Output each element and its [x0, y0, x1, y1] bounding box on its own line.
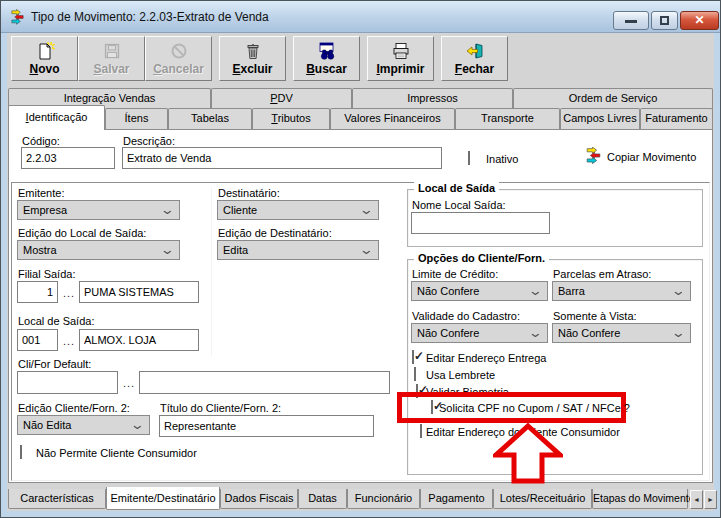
tab-scroll-left-button[interactable]: ◄ — [690, 490, 703, 509]
limite-credito-label: Limite de Crédito: — [412, 268, 498, 280]
bottom-tab-caracteristicas[interactable]: Características — [8, 489, 106, 509]
destinatario-label: Destinatário: — [218, 187, 280, 199]
local-lookup-ellipsis[interactable]: ... — [63, 335, 75, 347]
tab-valores-financeiros[interactable]: Valores Financeiros — [330, 108, 455, 129]
edicao-cliente-forn2-combo[interactable]: Não Edita⌄ — [17, 415, 150, 435]
imprimir-label: Imprimir — [376, 62, 424, 76]
fechar-label: Fechar — [455, 62, 494, 76]
descricao-input[interactable] — [122, 147, 442, 169]
emitente-label: Emitente: — [18, 187, 64, 199]
editar-endereco-cliente-consumidor-checkbox[interactable] — [420, 424, 422, 438]
copiar-movimento-icon[interactable] — [584, 147, 603, 164]
tab-scroll-right-button[interactable]: ► — [704, 490, 717, 509]
fechar-button[interactable]: Fechar — [441, 36, 508, 81]
title-bar[interactable]: Tipo de Movimento: 2.2.03-Extrato de Ven… — [1, 1, 720, 33]
inativo-checkbox[interactable] — [468, 151, 470, 165]
tipo-de-movimento-window: Tipo de Movimento: 2.2.03-Extrato de Ven… — [0, 0, 721, 518]
nao-permite-cliente-consumidor-label: Não Permite Cliente Consumidor — [36, 447, 197, 459]
minimize-icon — [625, 20, 637, 23]
titulo-cliente-forn2-input[interactable] — [159, 415, 374, 437]
novo-button[interactable]: Novo — [11, 36, 78, 81]
tab-identificacao[interactable]: Identificação — [8, 105, 105, 130]
salvar-button: Salvar — [78, 36, 145, 81]
solicita-cpf-checkbox[interactable] — [431, 400, 433, 414]
cancelar-button: Cancelar — [145, 36, 212, 81]
somente-vista-combo[interactable]: Não Confere⌄ — [552, 323, 691, 343]
imprimir-button[interactable]: Imprimir — [367, 36, 434, 81]
salvar-label: Salvar — [93, 62, 129, 76]
new-document-icon — [35, 41, 55, 61]
maximize-icon — [660, 16, 669, 25]
edicao-destinatario-combo[interactable]: Edita⌄ — [217, 240, 379, 260]
copiar-movimento-label[interactable]: Copiar Movimento — [607, 151, 696, 163]
window-frame-left — [1, 33, 7, 517]
minimize-button[interactable] — [613, 11, 649, 30]
parcelas-atraso-combo[interactable]: Barra⌄ — [552, 281, 691, 301]
validade-cadastro-label: Validade do Cadastro: — [412, 310, 520, 322]
clifor-name-input[interactable] — [139, 371, 390, 394]
edicao-cliente-forn2-label: Edição Cliente/Forn. 2: — [18, 402, 130, 414]
editar-endereco-entrega-label: Editar Endereço Entrega — [426, 352, 546, 364]
maximize-button[interactable] — [651, 11, 678, 30]
editar-endereco-entrega-checkbox[interactable] — [412, 350, 414, 364]
chevron-down-icon: ⌄ — [160, 245, 175, 255]
descricao-label: Descrição: — [123, 135, 175, 147]
local-code-input[interactable] — [17, 329, 58, 351]
validade-cadastro-combo[interactable]: Não Confere⌄ — [411, 323, 548, 343]
trash-icon — [243, 41, 263, 61]
titulo-cliente-forn2-label: Título do Cliente/Forn. 2: — [160, 402, 281, 414]
filial-saida-label: Filial Saída: — [18, 268, 75, 280]
bottom-tab-emitente-destinatario[interactable]: Emitente/Destinatário — [106, 487, 220, 510]
emitente-combo[interactable]: Empresa⌄ — [17, 200, 180, 220]
buscar-button[interactable]: Buscar — [293, 36, 360, 81]
nome-local-saida-input[interactable] — [411, 212, 550, 234]
filial-code-input[interactable] — [17, 281, 58, 303]
cancel-slash-icon — [169, 41, 189, 61]
local-saida-label: Local de Saída: — [18, 315, 94, 327]
annotation-arrow-up-icon — [493, 423, 563, 484]
bottom-tab-etapas-movimento[interactable]: Etapas do Movimento — [592, 489, 688, 509]
chevron-down-icon: ⌄ — [528, 286, 543, 296]
tab-tabelas[interactable]: Tabelas — [168, 108, 252, 129]
tab-ordem-de-servico[interactable]: Ordem de Serviço — [513, 88, 713, 109]
chevron-down-icon: ⌄ — [671, 328, 686, 338]
tab-impressos[interactable]: Impressos — [352, 88, 513, 109]
bottom-tab-funcionario[interactable]: Funcionário — [347, 489, 420, 509]
inativo-label: Inativo — [486, 153, 518, 165]
edicao-local-saida-label: Edição do Local de Saída: — [18, 227, 146, 239]
binoculars-search-icon — [317, 41, 337, 61]
edicao-local-saida-combo[interactable]: Mostra⌄ — [17, 240, 180, 260]
local-name-input[interactable] — [79, 329, 199, 351]
usa-lembrete-checkbox[interactable] — [414, 367, 416, 381]
tab-faturamento[interactable]: Faturamento — [640, 108, 713, 129]
bottom-tab-datas[interactable]: Datas — [298, 489, 347, 509]
codigo-label: Código: — [22, 135, 60, 147]
clifor-code-input[interactable] — [17, 371, 118, 394]
scroll-left-icon: ◄ — [693, 496, 700, 503]
codigo-input[interactable] — [21, 147, 115, 169]
tab-itens[interactable]: Ítens — [105, 108, 168, 129]
clifor-default-label: Cli/For Default: — [18, 358, 91, 370]
filial-lookup-ellipsis[interactable]: ... — [63, 287, 75, 299]
local-saida-group-title: Local de Saída — [414, 182, 499, 194]
clifor-lookup-ellipsis[interactable]: ... — [123, 377, 135, 389]
tab-transporte[interactable]: Transporte — [455, 108, 560, 129]
column-divider — [211, 187, 212, 357]
filial-name-input[interactable] — [79, 281, 199, 303]
usa-lembrete-label: Usa Lembrete — [426, 369, 495, 381]
bottom-tab-pagamento[interactable]: Pagamento — [420, 489, 493, 509]
tab-tributos[interactable]: Tributos — [252, 108, 330, 129]
tab-pdv[interactable]: PDV — [211, 88, 352, 109]
excluir-button[interactable]: Excluir — [219, 36, 286, 81]
bottom-tab-dados-fiscais[interactable]: Dados Fiscais — [220, 489, 298, 509]
edicao-destinatario-label: Edição de Destinatário: — [218, 227, 332, 239]
cancelar-label: Cancelar — [153, 62, 204, 76]
limite-credito-combo[interactable]: Não Confere⌄ — [411, 281, 548, 301]
scroll-right-icon: ► — [707, 496, 714, 503]
tab-campos-livres[interactable]: Campos Livres — [560, 108, 640, 129]
destinatario-combo[interactable]: Cliente⌄ — [217, 200, 379, 220]
close-button[interactable]: ✕ — [680, 11, 719, 30]
window-title: Tipo de Movimento: 2.2.03-Extrato de Ven… — [31, 10, 269, 24]
bottom-tab-lotes-receituario[interactable]: Lotes/Receituário — [493, 489, 592, 509]
nao-permite-cliente-consumidor-checkbox[interactable] — [20, 445, 22, 459]
